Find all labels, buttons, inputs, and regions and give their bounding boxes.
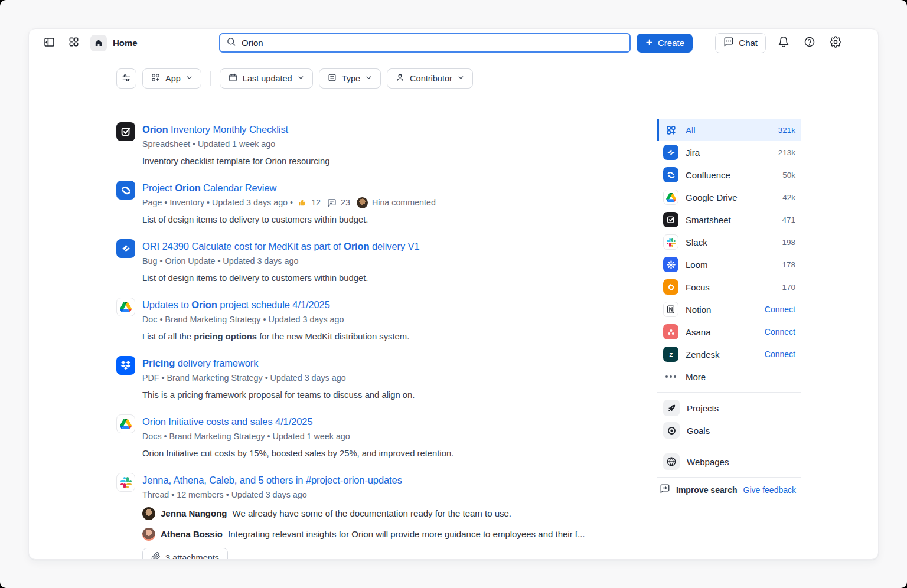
target-icon — [663, 422, 680, 439]
plus-icon — [645, 38, 654, 48]
notifications-button[interactable] — [775, 35, 792, 51]
improve-search-label: Improve search — [676, 485, 738, 495]
app-count: 42k — [782, 193, 795, 202]
chat-button[interactable]: Chat — [715, 33, 766, 53]
sidebar-item-focus[interactable]: Focus 170 — [657, 276, 801, 298]
result-description: List of design items to delivery to cust… — [142, 272, 420, 285]
sidebar-item-smartsheet[interactable]: Smartsheet 471 — [657, 208, 801, 231]
app-label: Google Drive — [686, 192, 738, 202]
app-switcher-button[interactable] — [66, 35, 82, 51]
text-caret — [269, 38, 270, 48]
app-count: 178 — [782, 260, 795, 269]
filter-updated-button[interactable]: Last updated — [220, 68, 313, 89]
rocket-icon — [663, 400, 680, 416]
result-description: List of design items to delivery to cust… — [142, 213, 436, 226]
app-count: 213k — [778, 148, 795, 157]
app-label: Zendesk — [686, 349, 720, 360]
google-drive-icon — [116, 298, 135, 316]
result-title-link[interactable]: Orion Initiative costs and sales 4/1/202… — [142, 415, 454, 428]
confluence-icon — [663, 167, 678, 182]
connect-link[interactable]: Connect — [765, 305, 795, 314]
sidebar-item-loom[interactable]: Loom 178 — [657, 253, 801, 276]
chevron-down-icon — [365, 74, 373, 83]
sidebar-item-notion[interactable]: Notion Connect — [657, 298, 801, 321]
filter-type-button[interactable]: Type — [319, 68, 381, 89]
app-count: 50k — [782, 171, 795, 179]
result-meta: Page • Inventory • Updated 3 days ago • … — [142, 197, 436, 209]
top-bar: Home Orion Create Chat — [29, 29, 878, 57]
connect-link[interactable]: Connect — [765, 327, 795, 337]
thumbs-up-icon — [297, 198, 307, 208]
filter-settings-button[interactable] — [116, 68, 136, 89]
result-meta: Doc • Brand Marketing Strategy • Updated… — [142, 313, 409, 326]
message-author: Athena Bossio — [161, 529, 223, 539]
thread-message: Jenna Nangong We already have some of th… — [142, 505, 585, 522]
sidebar-item-goals[interactable]: Goals — [657, 419, 801, 442]
app-label: All — [686, 125, 696, 135]
search-value: Orion — [242, 38, 263, 48]
attachments-button[interactable]: 3 attachments — [142, 548, 228, 560]
app-count: 170 — [782, 283, 795, 292]
sidebar-item-confluence[interactable]: Confluence 50k — [657, 164, 801, 186]
create-label: Create — [658, 38, 684, 48]
all-apps-icon — [663, 122, 678, 138]
home-icon — [90, 35, 107, 51]
filter-updated-label: Last updated — [243, 74, 292, 83]
sidebar-item-google-drive[interactable]: Google Drive 42k — [657, 186, 801, 208]
result-meta: Docs • Brand Marketing Strategy • Update… — [142, 430, 454, 443]
app-label: More — [686, 372, 706, 382]
comment-icon — [327, 198, 337, 208]
gear-icon — [830, 36, 841, 50]
sidebar-divider — [657, 446, 801, 446]
user-avatar[interactable] — [853, 35, 870, 51]
google-drive-icon — [116, 414, 135, 433]
result-title-link[interactable]: ORI 24390 Calculate cost for MedKit as p… — [142, 240, 420, 253]
shortcut-label: Goals — [687, 426, 710, 436]
chevron-down-icon — [297, 74, 305, 83]
result-title-link[interactable]: Orion Inventory Monthly Checklist — [142, 123, 329, 136]
chevron-down-icon — [457, 74, 465, 83]
result-meta: PDF • Brand Marketing Strategy • Updated… — [142, 372, 415, 384]
sidebar-item-all[interactable]: All 321k — [657, 119, 801, 141]
comments-count: 23 — [341, 197, 350, 209]
calendar-icon — [228, 73, 238, 84]
settings-button[interactable] — [827, 35, 844, 51]
sidebar-toggle-icon — [43, 36, 56, 50]
home-label: Home — [113, 38, 138, 48]
give-feedback-link[interactable]: Give feedback — [743, 485, 797, 495]
shortcut-label: Projects — [687, 403, 719, 413]
sidebar-item-slack[interactable]: Slack 198 — [657, 231, 801, 253]
sidebar-item-more[interactable]: More — [657, 365, 801, 388]
sidebar-toggle-button[interactable] — [41, 35, 57, 51]
result-jira: ORI 24390 Calculate cost for MedKit as p… — [116, 239, 636, 285]
app-label: Slack — [686, 237, 707, 247]
help-button[interactable] — [801, 35, 818, 51]
search-input[interactable]: Orion — [219, 33, 631, 53]
sliders-icon — [121, 73, 132, 85]
result-title-link[interactable]: Jenna, Athena, Caleb, and 5 others in #p… — [142, 473, 585, 486]
top-bar-right: Chat — [715, 33, 870, 53]
home-breadcrumb[interactable]: Home — [90, 35, 138, 51]
app-count: 321k — [778, 126, 795, 135]
result-title-link[interactable]: Updates to Orion project schedule 4/1/20… — [142, 298, 409, 311]
sidebar-item-zendesk[interactable]: Z Zendesk Connect — [657, 343, 801, 365]
sidebar-item-projects[interactable]: Projects — [657, 397, 801, 419]
help-icon — [804, 36, 815, 50]
filter-contributor-button[interactable]: Contributor — [387, 68, 473, 89]
thread-message: Athena Bossio Integrating relevant insig… — [142, 525, 585, 543]
sidebar-item-asana[interactable]: Asana Connect — [657, 321, 801, 343]
app-count: 198 — [782, 238, 795, 247]
connect-link[interactable]: Connect — [765, 349, 795, 359]
sidebar-item-jira[interactable]: Jira 213k — [657, 141, 801, 164]
sidebar-item-webpages[interactable]: Webpages — [657, 450, 801, 473]
result-title-link[interactable]: Pricing delivery framework — [142, 357, 415, 370]
app-label: Confluence — [686, 170, 730, 180]
filter-app-button[interactable]: App — [142, 68, 201, 89]
sidebar-divider — [657, 392, 801, 393]
filter-bar: App Last updated Type — [29, 57, 878, 100]
filter-app-label: App — [165, 74, 181, 83]
create-button[interactable]: Create — [637, 34, 693, 53]
attachments-label: 3 attachments — [165, 553, 219, 560]
result-title-link[interactable]: Project Orion Calendar Review — [142, 181, 436, 194]
result-google-drive: Orion Initiative costs and sales 4/1/202… — [116, 414, 636, 460]
